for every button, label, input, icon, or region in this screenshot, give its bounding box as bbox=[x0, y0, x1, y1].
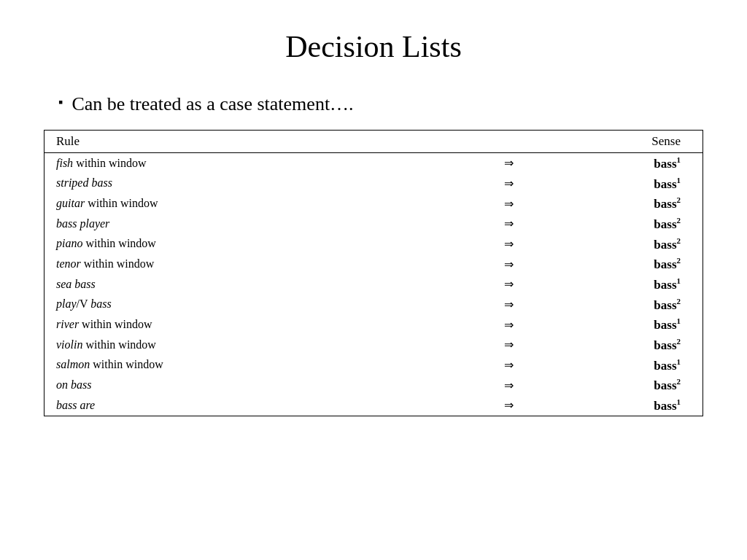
arrow-cell: ⇒ bbox=[471, 274, 548, 295]
sense-header: Sense bbox=[548, 131, 703, 153]
arrow-cell: ⇒ bbox=[471, 355, 548, 376]
bullet-text: Can be treated as a case statement…. bbox=[71, 93, 353, 115]
rule-cell: on bass bbox=[44, 375, 471, 395]
table-row: striped bass⇒bass1 bbox=[44, 174, 703, 194]
table-row: on bass⇒bass2 bbox=[44, 375, 703, 395]
arrow-cell: ⇒ bbox=[471, 375, 548, 395]
rule-cell: river within window bbox=[44, 314, 471, 335]
rule-header: Rule bbox=[44, 131, 471, 153]
rule-cell: bass are bbox=[44, 395, 471, 416]
rule-cell: striped bass bbox=[44, 174, 471, 194]
sense-cell: bass2 bbox=[548, 214, 703, 234]
arrow-cell: ⇒ bbox=[471, 214, 548, 234]
rule-cell: tenor within window bbox=[44, 254, 471, 274]
page-title: Decision Lists bbox=[285, 29, 461, 64]
table-header-row: Rule Sense bbox=[44, 131, 703, 153]
sense-cell: bass1 bbox=[548, 153, 703, 174]
sense-cell: bass2 bbox=[548, 254, 703, 274]
sense-cell: bass2 bbox=[548, 234, 703, 254]
rule-cell: fish within window bbox=[44, 153, 471, 174]
arrow-cell: ⇒ bbox=[471, 174, 548, 194]
bullet-icon: ▪ bbox=[58, 95, 63, 110]
sense-cell: bass1 bbox=[548, 274, 703, 295]
rule-cell: salmon within window bbox=[44, 355, 471, 376]
sense-cell: bass1 bbox=[548, 395, 703, 416]
bullet-point: ▪ Can be treated as a case statement…. bbox=[44, 93, 703, 115]
arrow-cell: ⇒ bbox=[471, 254, 548, 274]
arrow-cell: ⇒ bbox=[471, 335, 548, 355]
rule-cell: piano within window bbox=[44, 234, 471, 254]
table-row: tenor within window⇒bass2 bbox=[44, 254, 703, 274]
table-row: sea bass⇒bass1 bbox=[44, 274, 703, 295]
decision-table: Rule Sense fish within window⇒bass1strip… bbox=[44, 130, 703, 416]
arrow-header bbox=[471, 131, 548, 153]
table-row: bass player⇒bass2 bbox=[44, 214, 703, 234]
sense-cell: bass1 bbox=[548, 355, 703, 376]
arrow-cell: ⇒ bbox=[471, 234, 548, 254]
sense-cell: bass1 bbox=[548, 174, 703, 194]
sense-cell: bass2 bbox=[548, 335, 703, 355]
rule-cell: bass player bbox=[44, 214, 471, 234]
rule-cell: play/V bass bbox=[44, 295, 471, 315]
arrow-cell: ⇒ bbox=[471, 395, 548, 416]
rule-cell: sea bass bbox=[44, 274, 471, 295]
sense-cell: bass2 bbox=[548, 295, 703, 315]
sense-cell: bass2 bbox=[548, 193, 703, 214]
arrow-cell: ⇒ bbox=[471, 193, 548, 214]
table-row: piano within window⇒bass2 bbox=[44, 234, 703, 254]
table-row: salmon within window⇒bass1 bbox=[44, 355, 703, 376]
rule-cell: violin within window bbox=[44, 335, 471, 355]
table-row: play/V bass⇒bass2 bbox=[44, 295, 703, 315]
rule-cell: guitar within window bbox=[44, 193, 471, 214]
table-row: guitar within window⇒bass2 bbox=[44, 193, 703, 214]
table-row: fish within window⇒bass1 bbox=[44, 153, 703, 174]
arrow-cell: ⇒ bbox=[471, 153, 548, 174]
arrow-cell: ⇒ bbox=[471, 295, 548, 315]
arrow-cell: ⇒ bbox=[471, 314, 548, 335]
sense-cell: bass2 bbox=[548, 375, 703, 395]
table-row: violin within window⇒bass2 bbox=[44, 335, 703, 355]
sense-cell: bass1 bbox=[548, 314, 703, 335]
table-row: bass are⇒bass1 bbox=[44, 395, 703, 416]
table-row: river within window⇒bass1 bbox=[44, 314, 703, 335]
